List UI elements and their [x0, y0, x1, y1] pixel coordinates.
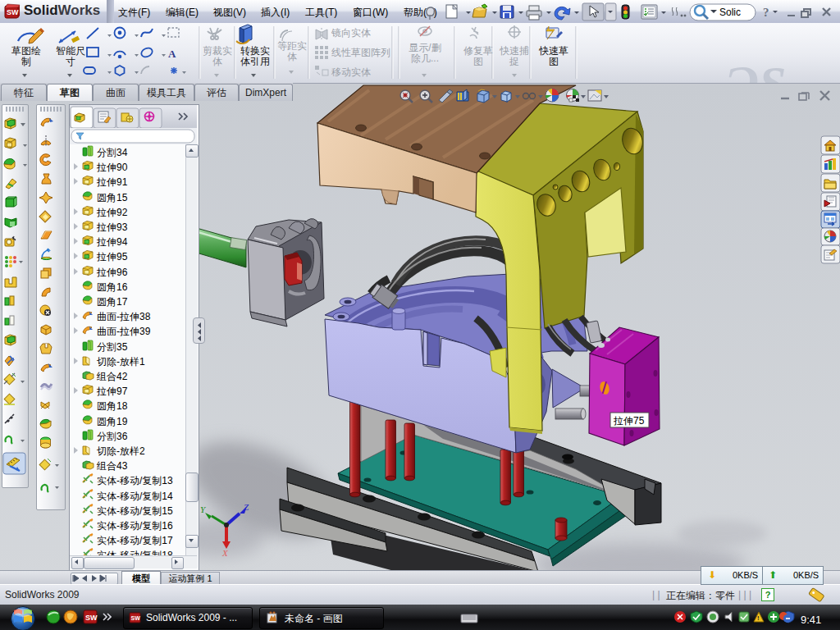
- svg-text:A: A: [168, 48, 176, 60]
- svg-text:SW: SW: [131, 615, 141, 621]
- svg-text:?: ?: [763, 6, 769, 19]
- svg-text:!: !: [757, 614, 760, 622]
- svg-text:X: X: [221, 548, 229, 558]
- svg-text:SW: SW: [7, 8, 19, 16]
- svg-text:Z: Z: [244, 502, 249, 512]
- svg-text:Solic: Solic: [719, 7, 741, 18]
- svg-text:拉伸75: 拉伸75: [613, 415, 645, 427]
- svg-text:ƆS: ƆS: [725, 57, 786, 83]
- svg-text:SW: SW: [85, 614, 98, 622]
